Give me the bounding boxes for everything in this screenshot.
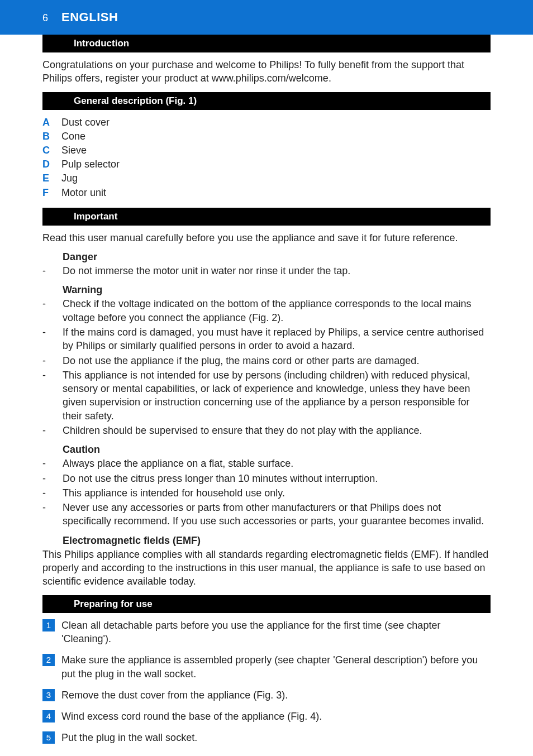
emf-heading: Electromagnetic fields (EMF) bbox=[42, 535, 491, 547]
page-language: ENGLISH bbox=[61, 10, 118, 25]
page-number: 6 bbox=[42, 12, 48, 24]
list-item: -Never use any accessories or parts from… bbox=[42, 501, 491, 528]
caution-item: Never use any accessories or parts from … bbox=[63, 501, 491, 528]
caution-item: Do not use the citrus press longer than … bbox=[63, 472, 378, 485]
section-introduction: Introduction bbox=[42, 35, 491, 52]
list-item: EJug bbox=[42, 171, 491, 185]
dash-icon: - bbox=[42, 424, 63, 437]
dash-icon: - bbox=[42, 264, 63, 277]
part-letter: C bbox=[42, 143, 61, 157]
list-item: FMotor unit bbox=[42, 186, 491, 200]
list-item: 5Put the plug in the wall socket. bbox=[42, 731, 491, 744]
warning-item: Do not use the appliance if the plug, th… bbox=[63, 354, 419, 367]
dash-icon: - bbox=[42, 486, 63, 500]
dash-icon: - bbox=[42, 326, 63, 353]
dash-icon: - bbox=[42, 472, 63, 485]
preparing-steps: 1Clean all detachable parts before you u… bbox=[42, 619, 491, 745]
dash-icon: - bbox=[42, 297, 63, 324]
list-item: -This appliance is not intended for use … bbox=[42, 369, 491, 423]
part-letter: A bbox=[42, 116, 61, 130]
part-letter: B bbox=[42, 130, 61, 143]
list-item: -Do not use the citrus press longer than… bbox=[42, 472, 491, 485]
step-number: 1 bbox=[42, 619, 55, 631]
caution-heading: Caution bbox=[42, 444, 491, 456]
step-text: Wind excess cord round the base of the a… bbox=[61, 710, 322, 723]
dash-icon: - bbox=[42, 354, 63, 367]
warning-heading: Warning bbox=[42, 284, 491, 296]
list-item: -This appliance is intended for househol… bbox=[42, 486, 491, 500]
list-item: -If the mains cord is damaged, you must … bbox=[42, 326, 491, 353]
list-item: 2Make sure the appliance is assembled pr… bbox=[42, 653, 491, 681]
step-number: 2 bbox=[42, 654, 55, 666]
list-item: -Children should be supervised to ensure… bbox=[42, 424, 491, 437]
emf-body: This Philips appliance complies with all… bbox=[42, 548, 491, 588]
section-preparing: Preparing for use bbox=[42, 595, 491, 613]
list-item: 1Clean all detachable parts before you u… bbox=[42, 619, 491, 646]
page-header: 6 ENGLISH bbox=[0, 0, 533, 35]
dash-icon: - bbox=[42, 369, 63, 423]
step-number: 4 bbox=[42, 710, 55, 722]
step-text: Remove the dust cover from the appliance… bbox=[61, 688, 288, 702]
list-item: BCone bbox=[42, 130, 491, 143]
list-item: DPulp selector bbox=[42, 157, 491, 171]
warning-item: Children should be supervised to ensure … bbox=[63, 424, 422, 437]
warning-list: -Check if the voltage indicated on the b… bbox=[42, 297, 491, 437]
step-text: Make sure the appliance is assembled pro… bbox=[61, 653, 491, 681]
caution-item: Always place the appliance on a flat, st… bbox=[63, 457, 293, 470]
list-item: ADust cover bbox=[42, 116, 491, 130]
warning-item: Check if the voltage indicated on the bo… bbox=[63, 297, 491, 324]
part-label: Dust cover bbox=[61, 116, 110, 130]
list-item: 4Wind excess cord round the base of the … bbox=[42, 710, 491, 723]
caution-list: -Always place the appliance on a flat, s… bbox=[42, 457, 491, 528]
danger-heading: Danger bbox=[42, 251, 491, 263]
list-item: 3Remove the dust cover from the applianc… bbox=[42, 688, 491, 702]
part-label: Pulp selector bbox=[61, 157, 120, 171]
list-item: CSieve bbox=[42, 143, 491, 157]
list-item: -Check if the voltage indicated on the b… bbox=[42, 297, 491, 324]
intro-body: Congratulations on your purchase and wel… bbox=[42, 58, 491, 85]
part-letter: F bbox=[42, 186, 61, 200]
part-label: Cone bbox=[61, 130, 85, 143]
step-text: Put the plug in the wall socket. bbox=[61, 731, 197, 744]
section-general-description: General description (Fig. 1) bbox=[42, 92, 491, 110]
step-text: Clean all detachable parts before you us… bbox=[61, 619, 491, 646]
part-label: Jug bbox=[61, 171, 78, 185]
part-label: Sieve bbox=[61, 143, 87, 157]
part-label: Motor unit bbox=[61, 186, 106, 200]
warning-item: If the mains cord is damaged, you must h… bbox=[63, 326, 491, 353]
parts-list: ADust cover BCone CSieve DPulp selector … bbox=[42, 116, 491, 200]
dash-icon: - bbox=[42, 501, 63, 528]
section-important: Important bbox=[42, 208, 491, 226]
warning-item: This appliance is not intended for use b… bbox=[63, 369, 491, 423]
part-letter: D bbox=[42, 157, 61, 171]
step-number: 3 bbox=[42, 689, 55, 701]
dash-icon: - bbox=[42, 457, 63, 470]
step-number: 5 bbox=[42, 731, 55, 744]
caution-item: This appliance is intended for household… bbox=[63, 486, 285, 500]
important-body: Read this user manual carefully before y… bbox=[42, 231, 491, 245]
danger-item: Do not immerse the motor unit in water n… bbox=[63, 264, 350, 277]
list-item: -Always place the appliance on a flat, s… bbox=[42, 457, 491, 470]
part-letter: E bbox=[42, 171, 61, 185]
list-item: -Do not use the appliance if the plug, t… bbox=[42, 354, 491, 367]
list-item: -Do not immerse the motor unit in water … bbox=[42, 264, 491, 277]
danger-list: -Do not immerse the motor unit in water … bbox=[42, 264, 491, 277]
